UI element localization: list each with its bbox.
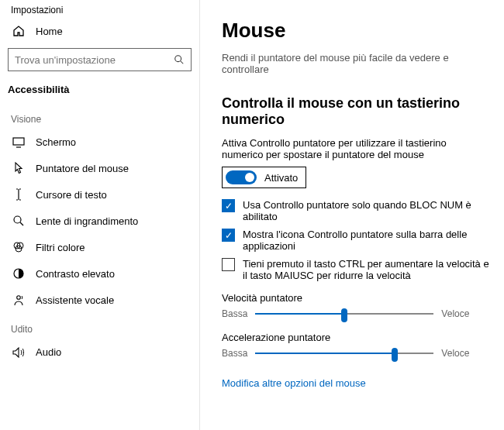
sidebar-item-label: Cursore di testo xyxy=(36,189,107,201)
checkbox-ctrl-shift[interactable]: Tieni premuto il tasto CTRL per aumentar… xyxy=(222,258,490,281)
sidebar-item-label: Contrasto elevato xyxy=(36,268,115,280)
current-section: Accessibilità xyxy=(0,77,199,103)
toggle-switch[interactable] xyxy=(226,170,257,184)
checkbox-label: Usa Controllo puntatore solo quando BLOC… xyxy=(243,199,490,222)
magnifier-icon xyxy=(12,215,25,227)
home-icon xyxy=(12,25,25,37)
window-title: Impostazioni xyxy=(0,0,199,17)
checkbox-taskbar-icon[interactable]: ✓ Mostra l'icona Controllo puntatore sul… xyxy=(222,229,490,252)
pointer-accel-slider[interactable] xyxy=(255,346,433,360)
group-label-udito: Udito xyxy=(0,313,199,339)
toggle-description: Attiva Controllo puntatore per utilizzar… xyxy=(222,137,485,160)
svg-point-10 xyxy=(17,296,21,300)
sidebar-item-audio[interactable]: Audio xyxy=(0,339,199,365)
nav-home-label: Home xyxy=(36,26,63,37)
narrator-icon xyxy=(12,294,25,306)
mouse-keys-toggle[interactable]: Attivato xyxy=(222,167,306,188)
contrast-icon xyxy=(12,267,25,280)
slider-high-label: Veloce xyxy=(441,308,469,319)
sidebar-item-contrasto[interactable]: Contrasto elevato xyxy=(0,260,199,287)
page-subtitle: Rendi il puntatore del mouse più facile … xyxy=(222,52,490,75)
search-box[interactable] xyxy=(8,48,192,71)
svg-rect-2 xyxy=(13,138,24,145)
page-title: Mouse xyxy=(222,19,490,43)
svg-point-4 xyxy=(14,216,21,223)
display-icon xyxy=(12,137,25,148)
audio-icon xyxy=(12,347,25,358)
content-pane: Mouse Rendi il puntatore del mouse più f… xyxy=(200,0,504,430)
sidebar-item-puntatore[interactable]: Puntatore del mouse xyxy=(0,155,199,181)
group-label-visione: Visione xyxy=(0,103,199,129)
slider-label-speed: Velocità puntatore xyxy=(222,292,490,304)
sidebar: Impostazioni Home Accessibilità Visione … xyxy=(0,0,200,430)
checkbox-icon: ✓ xyxy=(222,229,235,242)
sidebar-item-assistente[interactable]: Assistente vocale xyxy=(0,287,199,313)
sidebar-item-lente[interactable]: Lente di ingrandimento xyxy=(0,208,199,234)
svg-line-1 xyxy=(181,61,184,64)
slider-low-label: Bassa xyxy=(222,348,247,359)
checkbox-icon xyxy=(222,258,235,271)
more-mouse-options-link[interactable]: Modifica altre opzioni del mouse xyxy=(222,377,490,389)
checkbox-numlock[interactable]: ✓ Usa Controllo puntatore solo quando BL… xyxy=(222,199,490,222)
sidebar-item-label: Audio xyxy=(36,346,61,358)
search-input[interactable] xyxy=(15,54,174,66)
sidebar-item-cursore[interactable]: Cursore di testo xyxy=(0,181,199,208)
sidebar-item-label: Lente di ingrandimento xyxy=(36,215,138,227)
slider-low-label: Bassa xyxy=(222,308,247,319)
sidebar-item-label: Assistente vocale xyxy=(36,294,114,306)
svg-point-0 xyxy=(175,56,181,62)
toggle-state-label: Attivato xyxy=(264,172,298,184)
sidebar-item-label: Schermo xyxy=(36,136,76,148)
sidebar-item-schermo[interactable]: Schermo xyxy=(0,129,199,155)
nav-home[interactable]: Home xyxy=(0,17,199,45)
sidebar-item-label: Filtri colore xyxy=(36,242,85,253)
sidebar-item-filtri[interactable]: Filtri colore xyxy=(0,234,199,260)
slider-high-label: Veloce xyxy=(441,348,469,359)
checkbox-label: Tieni premuto il tasto CTRL per aumentar… xyxy=(243,258,490,281)
section-heading: Controlla il mouse con un tastierino num… xyxy=(222,95,490,128)
text-cursor-icon xyxy=(12,188,25,201)
slider-label-accel: Accelerazione puntatore xyxy=(222,332,490,343)
checkbox-icon: ✓ xyxy=(222,199,235,212)
checkbox-label: Mostra l'icona Controllo puntatore sulla… xyxy=(243,229,490,252)
search-icon xyxy=(174,54,185,65)
pointer-icon xyxy=(12,162,25,174)
color-filter-icon xyxy=(12,241,25,253)
svg-line-5 xyxy=(20,222,23,225)
sidebar-item-label: Puntatore del mouse xyxy=(36,163,129,174)
pointer-speed-slider[interactable] xyxy=(255,307,433,321)
